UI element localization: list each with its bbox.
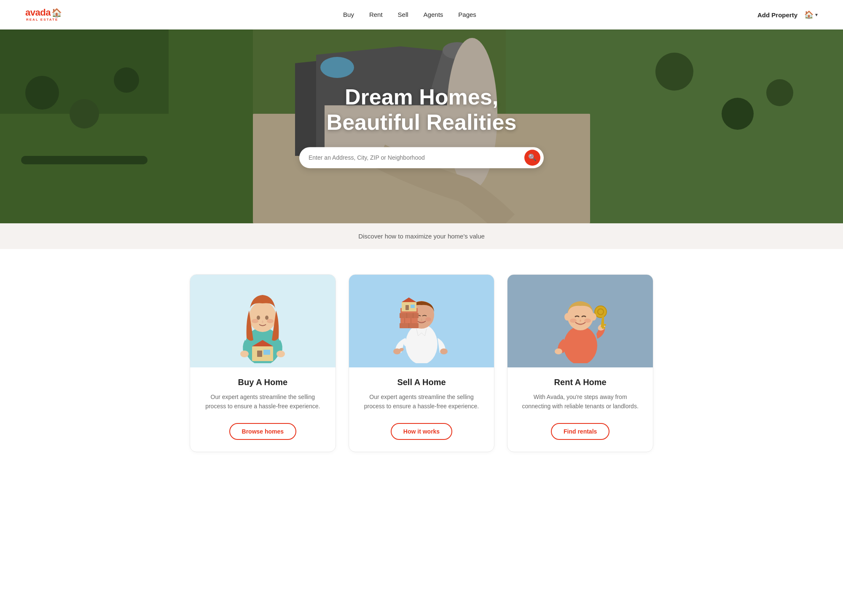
logo-tagline: REAL ESTATE [26,18,62,21]
nav-pages[interactable]: Pages [458,11,476,18]
browse-homes-button[interactable]: Browse homes [229,423,297,440]
home-icon: 🏠 [804,10,813,19]
svg-point-37 [425,317,431,321]
logo-text: avada [25,8,51,17]
how-it-works-button[interactable]: How it works [391,423,452,440]
svg-point-25 [265,316,268,320]
buy-card-title: Buy A Home [202,378,324,387]
nav-agents[interactable]: Agents [424,11,443,18]
nav-buy[interactable]: Buy [343,11,354,18]
svg-marker-48 [402,297,416,302]
rent-card: Rent A Home With Avada, you're steps awa… [507,274,653,452]
hero-title: Dream Homes, Beautiful Realities [274,85,569,135]
svg-point-23 [249,302,276,332]
add-property-button[interactable]: Add Property [757,11,797,19]
nav-rent[interactable]: Rent [369,11,383,18]
svg-rect-59 [602,327,605,329]
nav-links: Buy Rent Sell Agents Pages [343,11,476,19]
svg-rect-40 [400,313,419,318]
rent-card-body: Rent A Home With Avada, you're steps awa… [507,367,653,440]
chevron-down-icon: ▾ [815,12,818,18]
search-input[interactable] [309,154,524,161]
svg-point-52 [564,326,597,363]
svg-rect-50 [411,305,415,308]
info-banner: Discover how to maximize your home's val… [0,223,843,249]
svg-point-53 [555,348,562,354]
svg-point-30 [252,319,258,323]
nav-sell[interactable]: Sell [398,11,408,18]
sell-illustration [349,275,494,367]
hero-content: Dream Homes, Beautiful Realities 🔍 [274,85,569,168]
buy-card-desc: Our expert agents streamline the selling… [202,392,324,411]
user-menu-button[interactable]: 🏠 ▾ [804,10,818,19]
rent-card-title: Rent A Home [519,378,641,387]
find-rentals-button[interactable]: Find rentals [551,423,609,440]
search-icon: 🔍 [528,153,537,161]
sell-illustration-svg [388,279,455,363]
svg-point-24 [257,316,260,320]
buy-card: Buy A Home Our expert agents streamline … [190,274,336,452]
rent-card-desc: With Avada, you're steps away from conne… [519,392,641,411]
buy-illustration [190,275,336,367]
svg-point-62 [564,313,570,321]
svg-point-65 [584,319,591,323]
svg-point-55 [595,306,607,318]
svg-rect-28 [257,351,262,357]
sell-card-title: Sell A Home [361,378,483,387]
sell-card-body: Sell A Home Our expert agents streamline… [349,367,494,440]
banner-text: Discover how to maximize your home's val… [358,233,485,240]
sell-card-desc: Our expert agents streamline the selling… [361,392,483,411]
svg-line-60 [601,319,602,327]
sell-card: Sell A Home Our expert agents streamline… [349,274,495,452]
svg-point-34 [440,348,448,354]
cards-section: Buy A Home Our expert agents streamline … [0,249,843,486]
svg-rect-58 [602,324,606,326]
svg-point-64 [570,319,577,323]
nav-right: Add Property 🏠 ▾ [757,10,818,19]
cards-grid: Buy A Home Our expert agents streamline … [190,274,653,452]
svg-point-22 [277,351,285,357]
logo-house-icon: 🏠 [51,8,62,17]
search-button[interactable]: 🔍 [524,150,540,166]
buy-illustration-svg [229,279,296,363]
navbar: avada 🏠 REAL ESTATE Buy Rent Sell Agents… [0,0,843,29]
hero-section: Dream Homes, Beautiful Realities 🔍 [0,29,843,223]
buy-card-body: Buy A Home Our expert agents streamline … [190,367,336,440]
logo[interactable]: avada 🏠 REAL ESTATE [25,8,62,21]
svg-point-63 [591,313,596,321]
svg-point-21 [240,351,249,357]
svg-point-31 [267,319,274,323]
svg-rect-29 [263,350,270,355]
rent-illustration-svg [547,279,614,363]
svg-rect-39 [400,318,418,323]
rent-illustration [507,275,653,367]
search-bar: 🔍 [299,147,544,168]
svg-rect-49 [405,305,409,310]
